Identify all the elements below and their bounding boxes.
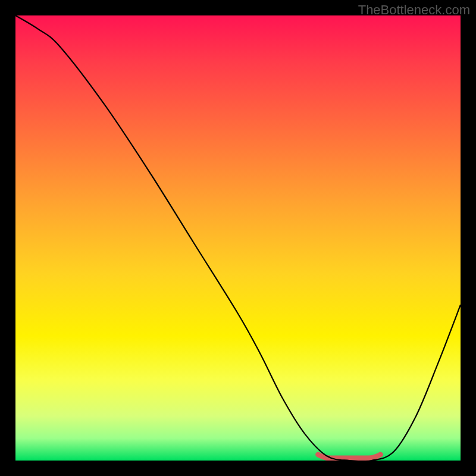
chart-gradient-area: [15, 15, 461, 461]
chart-svg: [15, 15, 461, 461]
bottleneck-curve-line: [15, 15, 461, 461]
optimal-band-marker: [318, 455, 381, 458]
watermark-text: TheBottleneck.com: [358, 2, 470, 18]
